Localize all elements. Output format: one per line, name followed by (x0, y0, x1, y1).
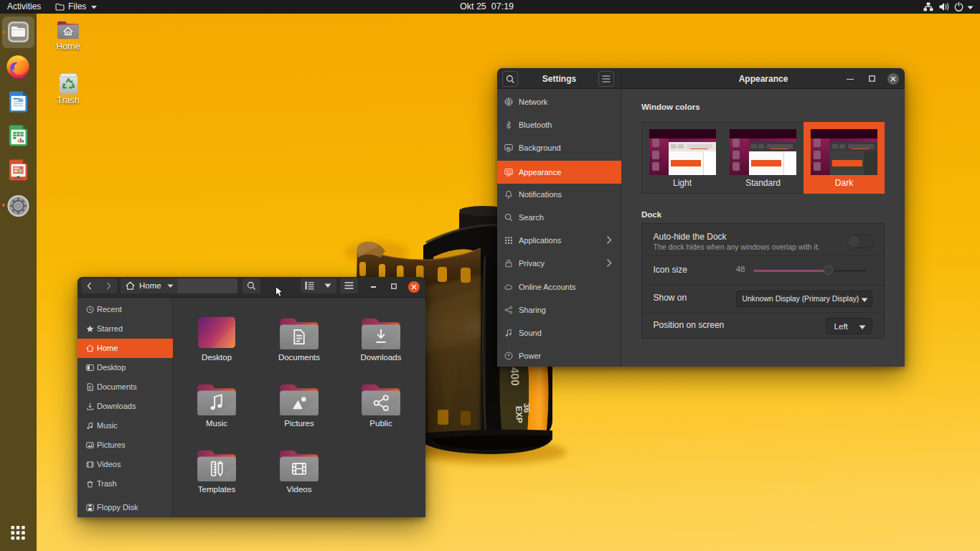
svg-text:400: 400 (509, 367, 522, 386)
svg-text:EXP: EXP (514, 406, 524, 423)
